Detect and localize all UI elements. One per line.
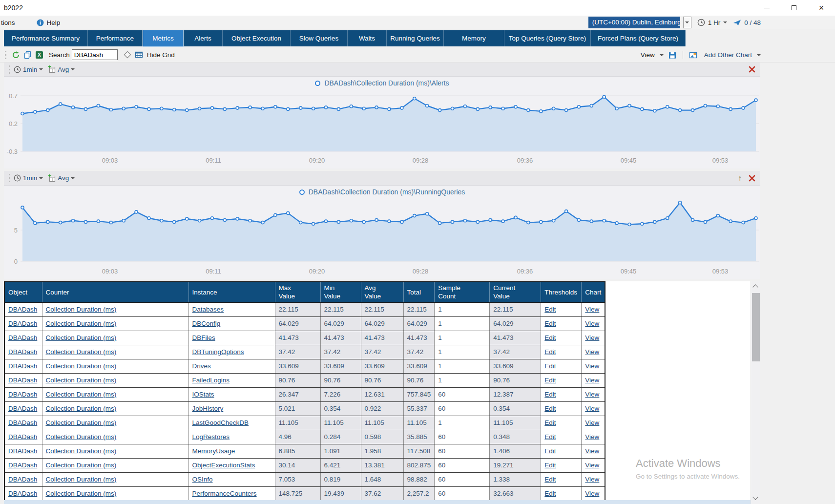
data-point[interactable] [249, 219, 251, 222]
export-excel-button[interactable]: X [33, 49, 45, 61]
chevron-down-icon[interactable] [660, 54, 664, 56]
data-point[interactable] [527, 109, 530, 112]
data-point[interactable] [653, 220, 656, 223]
data-point[interactable] [236, 217, 239, 220]
data-point[interactable] [565, 109, 568, 112]
data-point[interactable] [641, 222, 644, 225]
object-link[interactable]: DBADash [8, 377, 37, 384]
instance-link[interactable]: Drives [192, 362, 211, 370]
time-range-select[interactable]: 1 Hr [708, 19, 721, 26]
object-link[interactable]: DBADash [8, 476, 37, 483]
view-link[interactable]: View [585, 476, 599, 483]
counter-link[interactable]: Collection Duration (ms) [46, 377, 117, 384]
data-point[interactable] [742, 221, 745, 224]
interval-select[interactable]: 1min [23, 66, 37, 73]
tab-forced-plans-query-store[interactable]: Forced Plans (Query Store) [591, 30, 686, 46]
instance-link[interactable]: DBTuningOptions [192, 348, 244, 356]
view-link[interactable]: View [585, 419, 599, 426]
tab-waits[interactable]: Waits [348, 30, 387, 46]
data-point[interactable] [476, 107, 479, 110]
data-point[interactable] [210, 217, 213, 220]
edit-link[interactable]: Edit [544, 377, 556, 384]
data-point[interactable] [729, 107, 732, 110]
data-point[interactable] [160, 219, 163, 222]
data-point[interactable] [691, 109, 694, 112]
data-point[interactable] [287, 107, 290, 110]
data-point[interactable] [135, 210, 138, 213]
instance-link[interactable]: PerformanceCounters [192, 490, 257, 497]
data-point[interactable] [109, 221, 112, 224]
data-point[interactable] [641, 107, 644, 110]
data-point[interactable] [400, 106, 403, 109]
column-header-min-value[interactable]: Min Value [320, 282, 361, 302]
tab-object-execution[interactable]: Object Execution [223, 30, 291, 46]
data-point[interactable] [59, 103, 62, 105]
save-button[interactable] [667, 49, 678, 61]
data-point[interactable] [72, 106, 75, 109]
data-point[interactable] [463, 219, 466, 222]
data-point[interactable] [603, 95, 605, 98]
data-point[interactable] [160, 107, 163, 110]
data-point[interactable] [577, 105, 580, 108]
data-point[interactable] [337, 220, 340, 223]
data-point[interactable] [173, 220, 176, 223]
counter-link[interactable]: Collection Duration (ms) [46, 462, 117, 469]
tab-running-queries[interactable]: Running Queries [387, 30, 444, 46]
data-point[interactable] [135, 105, 138, 108]
data-point[interactable] [489, 106, 492, 109]
object-link[interactable]: DBADash [8, 490, 37, 497]
data-point[interactable] [147, 217, 150, 220]
instance-link[interactable]: Databases [192, 306, 224, 313]
data-point[interactable] [716, 214, 719, 217]
instance-link[interactable]: LastGoodCheckDB [192, 419, 249, 426]
aggregate-select[interactable]: Avg [58, 66, 69, 73]
data-point[interactable] [679, 201, 682, 204]
chevron-down-icon[interactable] [757, 54, 761, 56]
view-link[interactable]: View [585, 490, 599, 497]
tab-performance[interactable]: Performance [88, 30, 143, 46]
data-point[interactable] [173, 108, 176, 111]
view-link[interactable]: View [585, 334, 599, 341]
data-point[interactable] [223, 107, 226, 110]
edit-link[interactable]: Edit [544, 348, 556, 356]
data-point[interactable] [615, 222, 618, 225]
move-chart-up-button[interactable]: ↑ [738, 174, 742, 183]
data-point[interactable] [691, 219, 694, 222]
edit-link[interactable]: Edit [544, 447, 556, 455]
minimize-button[interactable] [753, 0, 780, 16]
data-point[interactable] [540, 220, 543, 223]
data-point[interactable] [72, 219, 75, 222]
data-point[interactable] [84, 107, 87, 110]
data-point[interactable] [350, 219, 353, 222]
data-point[interactable] [451, 220, 454, 223]
view-menu[interactable]: View [641, 51, 655, 59]
data-point[interactable] [704, 105, 707, 107]
data-point[interactable] [628, 105, 631, 107]
search-input[interactable] [72, 49, 118, 60]
data-point[interactable] [426, 212, 429, 215]
data-point[interactable] [577, 219, 580, 222]
counter-link[interactable]: Collection Duration (ms) [46, 447, 117, 455]
data-point[interactable] [438, 222, 441, 225]
counter-link[interactable]: Collection Duration (ms) [46, 391, 117, 398]
clear-search-button[interactable] [122, 49, 133, 61]
chevron-down-icon[interactable] [39, 177, 43, 179]
data-point[interactable] [21, 112, 24, 115]
tab-alerts[interactable]: Alerts [184, 30, 223, 46]
alerts-chart[interactable]: 0.70.2-0.309:0309:1109:2009:2809:3609:45… [4, 89, 760, 168]
chart-toolbar-grip[interactable] [9, 174, 10, 182]
data-point[interactable] [312, 107, 315, 110]
edit-link[interactable]: Edit [544, 306, 556, 313]
data-point[interactable] [426, 105, 429, 107]
edit-link[interactable]: Edit [544, 405, 556, 412]
data-point[interactable] [198, 219, 201, 222]
object-link[interactable]: DBADash [8, 433, 37, 441]
copy-button[interactable] [21, 49, 33, 61]
object-link[interactable]: DBADash [8, 405, 37, 412]
edit-link[interactable]: Edit [544, 334, 556, 341]
data-point[interactable] [565, 210, 568, 213]
data-point[interactable] [274, 105, 277, 108]
counter-link[interactable]: Collection Duration (ms) [46, 405, 117, 412]
data-point[interactable] [742, 106, 745, 109]
data-point[interactable] [337, 107, 340, 110]
